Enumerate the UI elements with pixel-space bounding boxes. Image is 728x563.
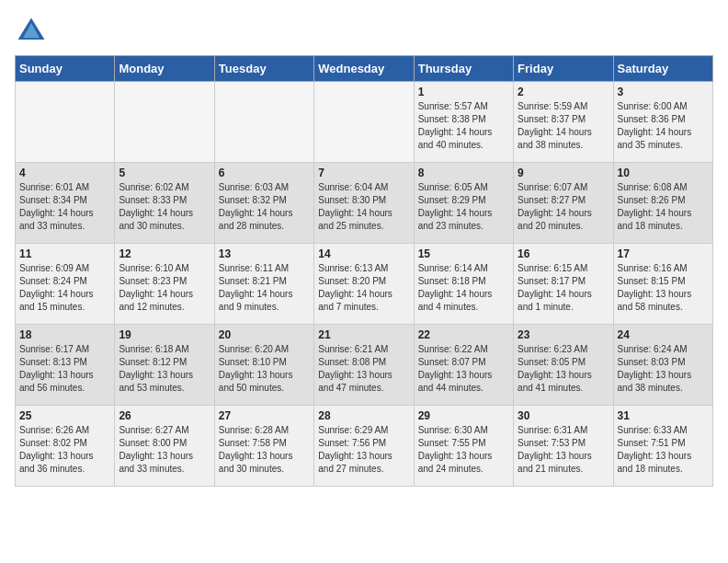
day-number: 3 — [618, 86, 709, 98]
day-number: 1 — [418, 86, 509, 98]
day-number: 20 — [219, 328, 310, 341]
header-wednesday: Wednesday — [314, 56, 414, 82]
day-info: Sunrise: 6:05 AM Sunset: 8:29 PM Dayligh… — [418, 181, 509, 233]
day-info: Sunrise: 6:28 AM Sunset: 7:58 PM Dayligh… — [219, 424, 310, 476]
day-number: 14 — [318, 247, 409, 260]
calendar-cell: 6Sunrise: 6:03 AM Sunset: 8:32 PM Daylig… — [214, 163, 313, 244]
calendar-cell: 24Sunrise: 6:24 AM Sunset: 8:03 PM Dayli… — [613, 325, 712, 406]
day-info: Sunrise: 6:24 AM Sunset: 8:03 PM Dayligh… — [618, 343, 709, 395]
day-info: Sunrise: 6:01 AM Sunset: 8:34 PM Dayligh… — [19, 181, 110, 233]
header-friday: Friday — [514, 56, 613, 82]
calendar-cell: 8Sunrise: 6:05 AM Sunset: 8:29 PM Daylig… — [414, 163, 513, 244]
day-number: 13 — [219, 247, 310, 260]
day-info: Sunrise: 6:13 AM Sunset: 8:20 PM Dayligh… — [318, 262, 409, 314]
day-info: Sunrise: 6:23 AM Sunset: 8:05 PM Dayligh… — [518, 343, 609, 395]
week-row-5: 25Sunrise: 6:26 AM Sunset: 8:02 PM Dayli… — [16, 406, 713, 487]
calendar-cell — [214, 82, 313, 163]
header-thursday: Thursday — [414, 56, 513, 82]
day-info: Sunrise: 6:14 AM Sunset: 8:18 PM Dayligh… — [418, 262, 509, 314]
logo — [15, 15, 51, 48]
calendar-cell: 10Sunrise: 6:08 AM Sunset: 8:26 PM Dayli… — [613, 163, 712, 244]
day-info: Sunrise: 6:03 AM Sunset: 8:32 PM Dayligh… — [219, 181, 310, 233]
calendar-cell: 25Sunrise: 6:26 AM Sunset: 8:02 PM Dayli… — [16, 406, 115, 487]
day-info: Sunrise: 6:15 AM Sunset: 8:17 PM Dayligh… — [518, 262, 609, 314]
day-info: Sunrise: 6:30 AM Sunset: 7:55 PM Dayligh… — [418, 424, 509, 476]
day-number: 12 — [119, 247, 210, 260]
day-info: Sunrise: 6:04 AM Sunset: 8:30 PM Dayligh… — [318, 181, 409, 233]
day-number: 30 — [518, 409, 609, 422]
day-number: 29 — [418, 409, 509, 422]
calendar-cell: 2Sunrise: 5:59 AM Sunset: 8:37 PM Daylig… — [514, 82, 613, 163]
day-info: Sunrise: 6:29 AM Sunset: 7:56 PM Dayligh… — [318, 424, 409, 476]
day-info: Sunrise: 5:57 AM Sunset: 8:38 PM Dayligh… — [418, 100, 509, 152]
calendar-cell: 9Sunrise: 6:07 AM Sunset: 8:27 PM Daylig… — [514, 163, 613, 244]
calendar-cell: 14Sunrise: 6:13 AM Sunset: 8:20 PM Dayli… — [314, 244, 414, 325]
day-number: 11 — [19, 247, 110, 260]
day-number: 9 — [518, 167, 609, 179]
calendar-cell — [314, 82, 414, 163]
day-number: 21 — [318, 328, 409, 341]
calendar-cell: 23Sunrise: 6:23 AM Sunset: 8:05 PM Dayli… — [514, 325, 613, 406]
calendar-cell: 15Sunrise: 6:14 AM Sunset: 8:18 PM Dayli… — [414, 244, 513, 325]
day-number: 4 — [19, 167, 110, 179]
day-number: 18 — [19, 328, 110, 341]
day-number: 28 — [318, 409, 409, 422]
calendar-cell: 19Sunrise: 6:18 AM Sunset: 8:12 PM Dayli… — [115, 325, 214, 406]
calendar-cell: 30Sunrise: 6:31 AM Sunset: 7:53 PM Dayli… — [514, 406, 613, 487]
week-row-1: 1Sunrise: 5:57 AM Sunset: 8:38 PM Daylig… — [16, 82, 713, 163]
calendar-cell: 18Sunrise: 6:17 AM Sunset: 8:13 PM Dayli… — [16, 325, 115, 406]
day-number: 6 — [219, 167, 310, 179]
day-info: Sunrise: 6:17 AM Sunset: 8:13 PM Dayligh… — [19, 343, 110, 395]
day-info: Sunrise: 6:33 AM Sunset: 7:51 PM Dayligh… — [618, 424, 709, 476]
header-sunday: Sunday — [16, 56, 115, 82]
calendar-cell: 31Sunrise: 6:33 AM Sunset: 7:51 PM Dayli… — [613, 406, 712, 487]
calendar-cell: 1Sunrise: 5:57 AM Sunset: 8:38 PM Daylig… — [414, 82, 513, 163]
day-info: Sunrise: 6:00 AM Sunset: 8:36 PM Dayligh… — [618, 100, 709, 152]
day-number: 8 — [418, 167, 509, 179]
week-row-3: 11Sunrise: 6:09 AM Sunset: 8:24 PM Dayli… — [16, 244, 713, 325]
calendar-cell: 4Sunrise: 6:01 AM Sunset: 8:34 PM Daylig… — [16, 163, 115, 244]
day-number: 15 — [418, 247, 509, 260]
calendar-cell: 21Sunrise: 6:21 AM Sunset: 8:08 PM Dayli… — [314, 325, 414, 406]
day-info: Sunrise: 6:18 AM Sunset: 8:12 PM Dayligh… — [119, 343, 210, 395]
day-number: 24 — [618, 328, 709, 341]
day-info: Sunrise: 6:31 AM Sunset: 7:53 PM Dayligh… — [518, 424, 609, 476]
calendar-cell: 7Sunrise: 6:04 AM Sunset: 8:30 PM Daylig… — [314, 163, 414, 244]
day-info: Sunrise: 6:10 AM Sunset: 8:23 PM Dayligh… — [119, 262, 210, 314]
calendar-cell: 3Sunrise: 6:00 AM Sunset: 8:36 PM Daylig… — [613, 82, 712, 163]
day-number: 17 — [618, 247, 709, 260]
day-info: Sunrise: 6:20 AM Sunset: 8:10 PM Dayligh… — [219, 343, 310, 395]
day-number: 2 — [518, 86, 609, 98]
calendar-cell: 29Sunrise: 6:30 AM Sunset: 7:55 PM Dayli… — [414, 406, 513, 487]
day-number: 27 — [219, 409, 310, 422]
week-row-4: 18Sunrise: 6:17 AM Sunset: 8:13 PM Dayli… — [16, 325, 713, 406]
calendar-cell: 13Sunrise: 6:11 AM Sunset: 8:21 PM Dayli… — [214, 244, 313, 325]
day-info: Sunrise: 6:08 AM Sunset: 8:26 PM Dayligh… — [618, 181, 709, 233]
header-tuesday: Tuesday — [214, 56, 313, 82]
day-number: 23 — [518, 328, 609, 341]
day-number: 26 — [119, 409, 210, 422]
header-saturday: Saturday — [613, 56, 712, 82]
day-info: Sunrise: 6:27 AM Sunset: 8:00 PM Dayligh… — [119, 424, 210, 476]
day-info: Sunrise: 6:26 AM Sunset: 8:02 PM Dayligh… — [19, 424, 110, 476]
day-number: 5 — [119, 167, 210, 179]
day-info: Sunrise: 6:21 AM Sunset: 8:08 PM Dayligh… — [318, 343, 409, 395]
day-info: Sunrise: 6:09 AM Sunset: 8:24 PM Dayligh… — [19, 262, 110, 314]
calendar-cell: 17Sunrise: 6:16 AM Sunset: 8:15 PM Dayli… — [613, 244, 712, 325]
day-info: Sunrise: 6:11 AM Sunset: 8:21 PM Dayligh… — [219, 262, 310, 314]
day-number: 19 — [119, 328, 210, 341]
header-row: SundayMondayTuesdayWednesdayThursdayFrid… — [16, 56, 713, 82]
day-number: 16 — [518, 247, 609, 260]
day-info: Sunrise: 6:16 AM Sunset: 8:15 PM Dayligh… — [618, 262, 709, 314]
calendar-cell: 20Sunrise: 6:20 AM Sunset: 8:10 PM Dayli… — [214, 325, 313, 406]
day-number: 25 — [19, 409, 110, 422]
calendar-cell: 27Sunrise: 6:28 AM Sunset: 7:58 PM Dayli… — [214, 406, 313, 487]
calendar-cell — [115, 82, 214, 163]
day-number: 31 — [618, 409, 709, 422]
calendar-cell: 12Sunrise: 6:10 AM Sunset: 8:23 PM Dayli… — [115, 244, 214, 325]
calendar-cell: 26Sunrise: 6:27 AM Sunset: 8:00 PM Dayli… — [115, 406, 214, 487]
calendar-table: SundayMondayTuesdayWednesdayThursdayFrid… — [15, 55, 713, 487]
logo-icon — [15, 15, 48, 48]
calendar-cell: 16Sunrise: 6:15 AM Sunset: 8:17 PM Dayli… — [514, 244, 613, 325]
day-number: 10 — [618, 167, 709, 179]
